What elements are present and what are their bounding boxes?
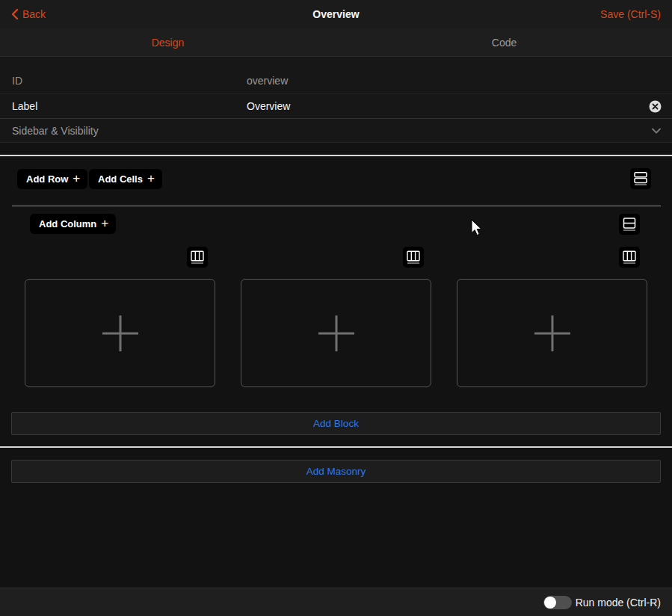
sidebar-visibility-row[interactable]: Sidebar & Visibility — [0, 119, 672, 143]
add-column-label: Add Column — [39, 218, 96, 230]
plus-icon: + — [101, 217, 108, 230]
columns-icon — [191, 250, 204, 264]
section-divider — [0, 446, 672, 448]
cell-layout-button[interactable] — [619, 214, 640, 235]
chevron-down-icon[interactable] — [651, 126, 662, 136]
save-button[interactable]: Save (Ctrl-S) — [600, 0, 661, 28]
field-row-id: ID overview — [0, 68, 672, 94]
tabs-bar: Design Code — [0, 28, 672, 57]
mouse-cursor-icon — [471, 220, 484, 240]
add-block-button[interactable]: Add Block — [11, 412, 661, 435]
run-mode-label: Run mode (Ctrl-R) — [576, 588, 661, 616]
run-mode-toggle[interactable] — [543, 596, 572, 609]
columns-icon — [623, 250, 636, 264]
row-layout-button[interactable] — [630, 168, 651, 189]
label-field-label: Label — [12, 94, 37, 118]
plus-icon: + — [147, 172, 155, 185]
clear-label-button[interactable] — [649, 100, 662, 113]
sidebar-visibility-label: Sidebar & Visibility — [12, 119, 99, 142]
layout-editor-screen: Back Overview Save (Ctrl-S) Design Code … — [0, 0, 672, 616]
add-cells-label: Add Cells — [98, 173, 143, 185]
footer-bar: Run mode (Ctrl-R) — [0, 588, 672, 616]
plus-icon: + — [73, 172, 80, 185]
add-masonry-button[interactable]: Add Masonry — [11, 460, 661, 483]
column-layout-button-2[interactable] — [403, 247, 424, 268]
add-row-label: Add Row — [26, 173, 68, 185]
section-divider — [0, 155, 672, 156]
columns-icon — [407, 250, 420, 264]
empty-cell-1[interactable] — [25, 279, 215, 387]
split-rows-icon — [623, 218, 636, 231]
add-content-plus-icon — [101, 314, 140, 353]
tab-design[interactable]: Design — [0, 28, 336, 57]
page-title: Overview — [0, 0, 672, 28]
add-content-plus-icon — [317, 314, 356, 353]
add-column-button[interactable]: Add Column + — [30, 214, 116, 234]
empty-cell-3[interactable] — [457, 279, 647, 387]
column-layout-button-3[interactable] — [619, 247, 640, 268]
add-content-plus-icon — [533, 314, 572, 353]
add-cells-button[interactable]: Add Cells + — [89, 169, 162, 189]
id-field-label: ID — [12, 68, 22, 93]
label-field-value[interactable]: Overview — [247, 94, 290, 118]
add-row-button[interactable]: Add Row + — [17, 169, 87, 189]
properties-form: ID overview Label Overview Sidebar & Vis… — [0, 58, 672, 143]
toggle-knob — [544, 597, 556, 609]
field-row-label: Label Overview — [0, 94, 672, 119]
column-layout-button-1[interactable] — [187, 247, 208, 268]
tab-code[interactable]: Code — [336, 28, 672, 57]
row-divider — [12, 206, 661, 206]
stacked-rows-icon — [634, 172, 647, 185]
id-field-value[interactable]: overview — [247, 68, 288, 93]
header-bar: Back Overview Save (Ctrl-S) — [0, 0, 672, 28]
empty-cell-2[interactable] — [241, 279, 431, 387]
